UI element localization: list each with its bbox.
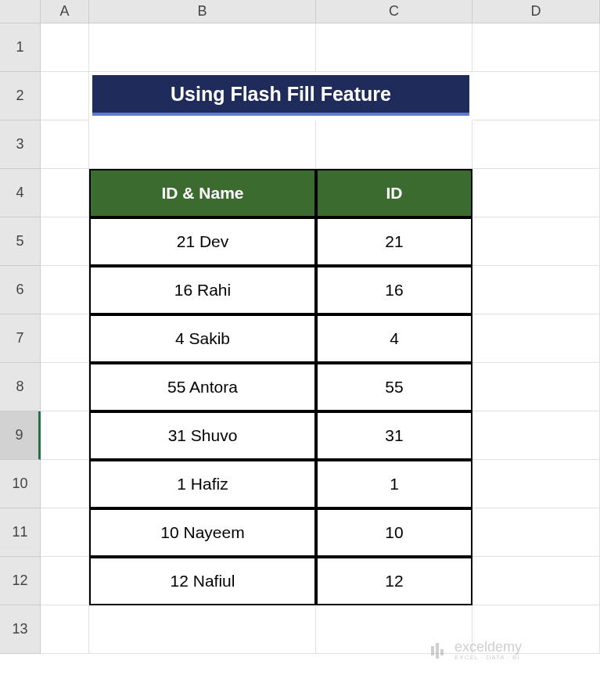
table-row[interactable]: 4 Sakib [89,314,316,363]
col-header-d[interactable]: D [472,0,600,23]
col-header-a[interactable]: A [41,0,89,23]
table-row[interactable]: 55 [316,363,472,411]
cell-d8[interactable] [472,363,600,411]
row-header-4[interactable]: 4 [0,169,41,217]
cell-d7[interactable] [472,314,600,363]
table-row[interactable]: 31 [316,411,472,460]
watermark-text: exceldemy [454,640,522,654]
table-row[interactable]: 31 Shuvo [89,411,316,460]
cell-d2[interactable] [472,72,600,120]
cell-a9[interactable] [41,411,89,460]
cell-a10[interactable] [41,460,89,508]
cell-a11[interactable] [41,508,89,557]
col-header-c[interactable]: C [316,0,472,23]
select-all-corner[interactable] [0,0,41,23]
row-header-13[interactable]: 13 [0,605,41,654]
svg-rect-1 [436,643,439,659]
cell-a6[interactable] [41,266,89,314]
cell-d11[interactable] [472,508,600,557]
svg-rect-2 [440,649,444,655]
table-row[interactable]: 1 Hafiz [89,460,316,508]
table-row[interactable]: 12 [316,557,472,605]
table-row[interactable]: 10 [316,508,472,557]
cell-a13[interactable] [41,605,89,654]
cell-c1[interactable] [316,23,472,72]
cell-d10[interactable] [472,460,600,508]
cell-a7[interactable] [41,314,89,363]
row-header-6[interactable]: 6 [0,266,41,314]
row-header-2[interactable]: 2 [0,72,41,120]
table-row[interactable]: 1 [316,460,472,508]
row-header-8[interactable]: 8 [0,363,41,411]
title-merged-cell[interactable]: Using Flash Fill Feature [92,75,469,116]
cell-d6[interactable] [472,266,600,314]
spreadsheet-grid: A B C D 1 2 Using Flash Fill Feature 3 4… [0,0,600,654]
cell-d1[interactable] [472,23,600,72]
cell-a2[interactable] [41,72,89,120]
table-row[interactable]: 12 Nafiul [89,557,316,605]
table-row[interactable]: 16 [316,266,472,314]
cell-a12[interactable] [41,557,89,605]
row-header-7[interactable]: 7 [0,314,41,363]
row-header-12[interactable]: 12 [0,557,41,605]
cell-b3[interactable] [89,120,316,169]
cell-d12[interactable] [472,557,600,605]
svg-rect-0 [431,646,434,655]
cell-d9[interactable] [472,411,600,460]
cell-d5[interactable] [472,217,600,266]
col-header-b[interactable]: B [89,0,316,23]
table-row[interactable]: 16 Rahi [89,266,316,314]
table-row[interactable]: 55 Antora [89,363,316,411]
row-header-1[interactable]: 1 [0,23,41,72]
row-header-10[interactable]: 10 [0,460,41,508]
table-header-id[interactable]: ID [316,169,472,217]
row-header-9[interactable]: 9 [0,411,41,460]
table-row[interactable]: 10 Nayeem [89,508,316,557]
row-header-3[interactable]: 3 [0,120,41,169]
table-row[interactable]: 4 [316,314,472,363]
cell-b1[interactable] [89,23,316,72]
cell-b13[interactable] [89,605,316,654]
cell-d4[interactable] [472,169,600,217]
cell-a1[interactable] [41,23,89,72]
table-row[interactable]: 21 Dev [89,217,316,266]
cell-a3[interactable] [41,120,89,169]
cell-a4[interactable] [41,169,89,217]
table-header-idname[interactable]: ID & Name [89,169,316,217]
cell-a5[interactable] [41,217,89,266]
watermark: exceldemy EXCEL · DATA · BI [429,640,522,661]
row-header-11[interactable]: 11 [0,508,41,557]
cell-d3[interactable] [472,120,600,169]
row-header-5[interactable]: 5 [0,217,41,266]
exceldemy-logo-icon [429,641,448,660]
cell-c3[interactable] [316,120,472,169]
cell-a8[interactable] [41,363,89,411]
table-row[interactable]: 21 [316,217,472,266]
watermark-subtext: EXCEL · DATA · BI [454,654,522,661]
